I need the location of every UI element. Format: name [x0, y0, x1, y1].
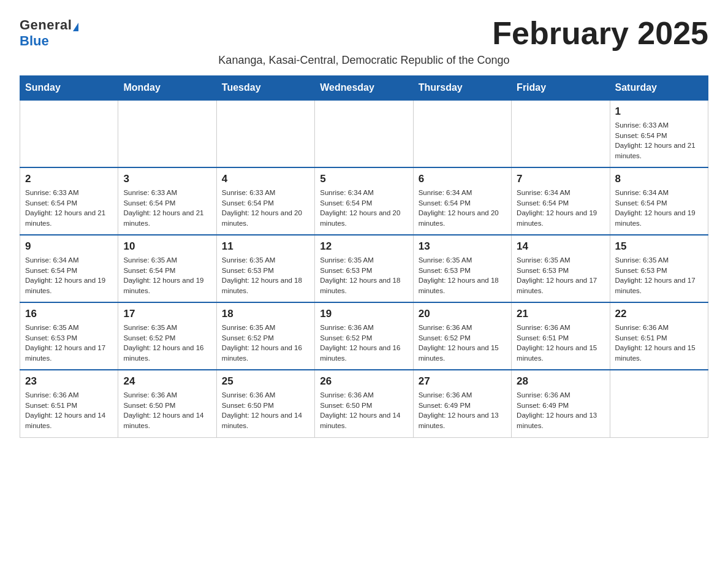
day-number: 26: [320, 375, 408, 388]
day-cell: 3Sunrise: 6:33 AMSunset: 6:54 PMDaylight…: [118, 167, 216, 235]
day-cell: 15Sunrise: 6:35 AMSunset: 6:53 PMDayligh…: [610, 235, 708, 302]
day-info: Sunrise: 6:35 AMSunset: 6:54 PMDaylight:…: [123, 255, 211, 296]
day-info: Sunrise: 6:33 AMSunset: 6:54 PMDaylight:…: [615, 120, 703, 161]
day-cell: [20, 100, 118, 167]
day-number: 9: [25, 240, 113, 253]
day-cell: [610, 370, 708, 437]
day-info: Sunrise: 6:35 AMSunset: 6:53 PMDaylight:…: [222, 255, 309, 296]
day-number: 27: [419, 375, 506, 388]
day-info: Sunrise: 6:36 AMSunset: 6:50 PMDaylight:…: [123, 390, 211, 431]
day-cell: 8Sunrise: 6:34 AMSunset: 6:54 PMDaylight…: [610, 167, 708, 235]
day-info: Sunrise: 6:36 AMSunset: 6:49 PMDaylight:…: [517, 390, 604, 431]
day-cell: [216, 100, 314, 167]
col-header-sunday: Sunday: [20, 76, 118, 101]
day-number: 10: [123, 240, 211, 253]
day-cell: 19Sunrise: 6:36 AMSunset: 6:52 PMDayligh…: [315, 302, 413, 370]
day-number: 5: [320, 173, 408, 185]
day-info: Sunrise: 6:35 AMSunset: 6:53 PMDaylight:…: [419, 255, 506, 296]
week-row-3: 9Sunrise: 6:34 AMSunset: 6:54 PMDaylight…: [20, 235, 708, 302]
day-info: Sunrise: 6:34 AMSunset: 6:54 PMDaylight:…: [320, 188, 408, 229]
day-cell: 17Sunrise: 6:35 AMSunset: 6:52 PMDayligh…: [118, 302, 216, 370]
day-cell: 12Sunrise: 6:35 AMSunset: 6:53 PMDayligh…: [315, 235, 413, 302]
col-header-wednesday: Wednesday: [315, 76, 413, 101]
day-info: Sunrise: 6:33 AMSunset: 6:54 PMDaylight:…: [123, 188, 211, 229]
day-number: 3: [123, 173, 211, 185]
day-info: Sunrise: 6:36 AMSunset: 6:52 PMDaylight:…: [419, 323, 506, 364]
day-info: Sunrise: 6:34 AMSunset: 6:54 PMDaylight:…: [615, 188, 703, 229]
day-cell: [512, 100, 610, 167]
day-number: 12: [320, 240, 408, 253]
day-info: Sunrise: 6:35 AMSunset: 6:53 PMDaylight:…: [615, 255, 703, 296]
day-info: Sunrise: 6:36 AMSunset: 6:50 PMDaylight:…: [320, 390, 408, 431]
day-number: 19: [320, 308, 408, 320]
week-row-2: 2Sunrise: 6:33 AMSunset: 6:54 PMDaylight…: [20, 167, 708, 235]
day-number: 18: [222, 308, 309, 320]
day-info: Sunrise: 6:36 AMSunset: 6:50 PMDaylight:…: [222, 390, 309, 431]
logo: General Blue: [20, 17, 78, 49]
day-cell: 27Sunrise: 6:36 AMSunset: 6:49 PMDayligh…: [413, 370, 511, 437]
day-cell: 23Sunrise: 6:36 AMSunset: 6:51 PMDayligh…: [20, 370, 118, 437]
day-number: 13: [419, 240, 506, 253]
col-header-tuesday: Tuesday: [216, 76, 314, 101]
day-info: Sunrise: 6:33 AMSunset: 6:54 PMDaylight:…: [25, 188, 113, 229]
week-row-5: 23Sunrise: 6:36 AMSunset: 6:51 PMDayligh…: [20, 370, 708, 437]
day-cell: [413, 100, 511, 167]
day-info: Sunrise: 6:34 AMSunset: 6:54 PMDaylight:…: [419, 188, 506, 229]
day-number: 6: [419, 173, 506, 185]
day-number: 1: [615, 105, 703, 118]
day-number: 24: [123, 375, 211, 388]
day-number: 4: [222, 173, 309, 185]
calendar-table: SundayMondayTuesdayWednesdayThursdayFrid…: [20, 75, 708, 438]
day-cell: 10Sunrise: 6:35 AMSunset: 6:54 PMDayligh…: [118, 235, 216, 302]
day-cell: 26Sunrise: 6:36 AMSunset: 6:50 PMDayligh…: [315, 370, 413, 437]
day-cell: 7Sunrise: 6:34 AMSunset: 6:54 PMDaylight…: [512, 167, 610, 235]
location-subtitle: Kananga, Kasai-Central, Democratic Repub…: [20, 54, 708, 67]
day-number: 11: [222, 240, 309, 253]
day-info: Sunrise: 6:36 AMSunset: 6:52 PMDaylight:…: [320, 323, 408, 364]
day-info: Sunrise: 6:35 AMSunset: 6:53 PMDaylight:…: [517, 255, 604, 296]
day-number: 22: [615, 308, 703, 320]
month-title: February 2025: [492, 15, 708, 52]
day-cell: [315, 100, 413, 167]
day-number: 7: [517, 173, 604, 185]
day-number: 28: [517, 375, 604, 388]
day-cell: 11Sunrise: 6:35 AMSunset: 6:53 PMDayligh…: [216, 235, 314, 302]
day-cell: 13Sunrise: 6:35 AMSunset: 6:53 PMDayligh…: [413, 235, 511, 302]
day-cell: 1Sunrise: 6:33 AMSunset: 6:54 PMDaylight…: [610, 100, 708, 167]
day-cell: 16Sunrise: 6:35 AMSunset: 6:53 PMDayligh…: [20, 302, 118, 370]
day-info: Sunrise: 6:35 AMSunset: 6:52 PMDaylight:…: [123, 323, 211, 364]
col-header-saturday: Saturday: [610, 76, 708, 101]
day-info: Sunrise: 6:34 AMSunset: 6:54 PMDaylight:…: [517, 188, 604, 229]
day-cell: [118, 100, 216, 167]
day-number: 25: [222, 375, 309, 388]
day-cell: 28Sunrise: 6:36 AMSunset: 6:49 PMDayligh…: [512, 370, 610, 437]
day-number: 20: [419, 308, 506, 320]
week-row-1: 1Sunrise: 6:33 AMSunset: 6:54 PMDaylight…: [20, 100, 708, 167]
day-cell: 24Sunrise: 6:36 AMSunset: 6:50 PMDayligh…: [118, 370, 216, 437]
day-number: 15: [615, 240, 703, 253]
day-cell: 9Sunrise: 6:34 AMSunset: 6:54 PMDaylight…: [20, 235, 118, 302]
day-cell: 5Sunrise: 6:34 AMSunset: 6:54 PMDaylight…: [315, 167, 413, 235]
day-number: 23: [25, 375, 113, 388]
calendar-header-row: SundayMondayTuesdayWednesdayThursdayFrid…: [20, 76, 708, 101]
day-info: Sunrise: 6:34 AMSunset: 6:54 PMDaylight:…: [25, 255, 113, 296]
day-cell: 18Sunrise: 6:35 AMSunset: 6:52 PMDayligh…: [216, 302, 314, 370]
day-number: 8: [615, 173, 703, 185]
day-info: Sunrise: 6:35 AMSunset: 6:53 PMDaylight:…: [320, 255, 408, 296]
day-info: Sunrise: 6:36 AMSunset: 6:51 PMDaylight:…: [25, 390, 113, 431]
day-info: Sunrise: 6:35 AMSunset: 6:53 PMDaylight:…: [25, 323, 113, 364]
logo-general-text: General: [20, 17, 72, 33]
day-cell: 14Sunrise: 6:35 AMSunset: 6:53 PMDayligh…: [512, 235, 610, 302]
week-row-4: 16Sunrise: 6:35 AMSunset: 6:53 PMDayligh…: [20, 302, 708, 370]
day-cell: 4Sunrise: 6:33 AMSunset: 6:54 PMDaylight…: [216, 167, 314, 235]
day-number: 16: [25, 308, 113, 320]
day-cell: 6Sunrise: 6:34 AMSunset: 6:54 PMDaylight…: [413, 167, 511, 235]
logo-general-line: General: [20, 17, 78, 33]
logo-blue-text: Blue: [20, 33, 49, 49]
day-number: 2: [25, 173, 113, 185]
day-info: Sunrise: 6:36 AMSunset: 6:49 PMDaylight:…: [419, 390, 506, 431]
col-header-friday: Friday: [512, 76, 610, 101]
day-info: Sunrise: 6:36 AMSunset: 6:51 PMDaylight:…: [517, 323, 604, 364]
day-number: 17: [123, 308, 211, 320]
day-cell: 25Sunrise: 6:36 AMSunset: 6:50 PMDayligh…: [216, 370, 314, 437]
